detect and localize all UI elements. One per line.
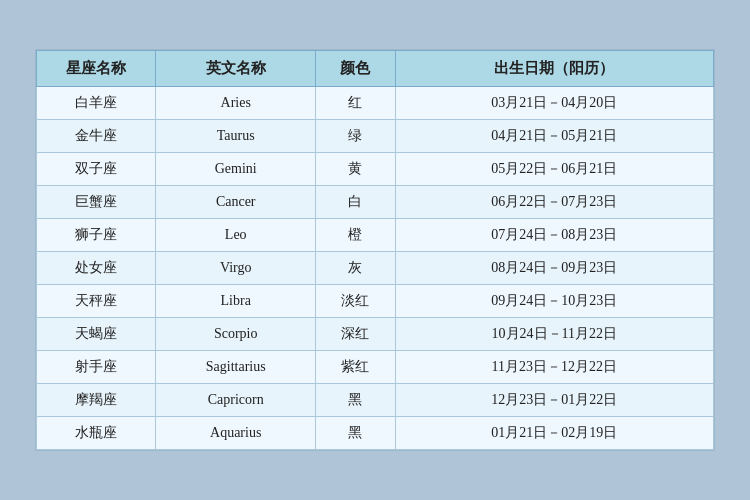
cell-date: 06月22日－07月23日 — [395, 186, 713, 219]
cell-chinese: 天蝎座 — [37, 318, 156, 351]
cell-english: Cancer — [156, 186, 316, 219]
cell-chinese: 白羊座 — [37, 87, 156, 120]
cell-color: 黑 — [315, 417, 395, 450]
cell-date: 03月21日－04月20日 — [395, 87, 713, 120]
header-english: 英文名称 — [156, 51, 316, 87]
cell-english: Capricorn — [156, 384, 316, 417]
cell-color: 红 — [315, 87, 395, 120]
table-header-row: 星座名称 英文名称 颜色 出生日期（阳历） — [37, 51, 714, 87]
table-row: 金牛座Taurus绿04月21日－05月21日 — [37, 120, 714, 153]
cell-english: Virgo — [156, 252, 316, 285]
cell-english: Aquarius — [156, 417, 316, 450]
table-row: 水瓶座Aquarius黑01月21日－02月19日 — [37, 417, 714, 450]
zodiac-table-container: 星座名称 英文名称 颜色 出生日期（阳历） 白羊座Aries红03月21日－04… — [35, 49, 715, 451]
cell-chinese: 处女座 — [37, 252, 156, 285]
cell-english: Scorpio — [156, 318, 316, 351]
cell-date: 09月24日－10月23日 — [395, 285, 713, 318]
cell-chinese: 金牛座 — [37, 120, 156, 153]
cell-date: 04月21日－05月21日 — [395, 120, 713, 153]
table-row: 巨蟹座Cancer白06月22日－07月23日 — [37, 186, 714, 219]
cell-color: 紫红 — [315, 351, 395, 384]
cell-english: Leo — [156, 219, 316, 252]
cell-english: Aries — [156, 87, 316, 120]
cell-date: 07月24日－08月23日 — [395, 219, 713, 252]
cell-color: 绿 — [315, 120, 395, 153]
cell-color: 淡红 — [315, 285, 395, 318]
table-row: 天秤座Libra淡红09月24日－10月23日 — [37, 285, 714, 318]
table-row: 双子座Gemini黄05月22日－06月21日 — [37, 153, 714, 186]
cell-date: 05月22日－06月21日 — [395, 153, 713, 186]
cell-chinese: 摩羯座 — [37, 384, 156, 417]
header-color: 颜色 — [315, 51, 395, 87]
cell-color: 黄 — [315, 153, 395, 186]
table-row: 天蝎座Scorpio深红10月24日－11月22日 — [37, 318, 714, 351]
cell-chinese: 射手座 — [37, 351, 156, 384]
cell-chinese: 狮子座 — [37, 219, 156, 252]
cell-color: 深红 — [315, 318, 395, 351]
cell-color: 橙 — [315, 219, 395, 252]
cell-english: Libra — [156, 285, 316, 318]
cell-color: 灰 — [315, 252, 395, 285]
cell-date: 10月24日－11月22日 — [395, 318, 713, 351]
table-row: 射手座Sagittarius紫红11月23日－12月22日 — [37, 351, 714, 384]
cell-chinese: 天秤座 — [37, 285, 156, 318]
table-row: 白羊座Aries红03月21日－04月20日 — [37, 87, 714, 120]
table-row: 摩羯座Capricorn黑12月23日－01月22日 — [37, 384, 714, 417]
cell-date: 12月23日－01月22日 — [395, 384, 713, 417]
cell-english: Sagittarius — [156, 351, 316, 384]
zodiac-table: 星座名称 英文名称 颜色 出生日期（阳历） 白羊座Aries红03月21日－04… — [36, 50, 714, 450]
cell-date: 11月23日－12月22日 — [395, 351, 713, 384]
cell-chinese: 巨蟹座 — [37, 186, 156, 219]
cell-color: 白 — [315, 186, 395, 219]
table-row: 处女座Virgo灰08月24日－09月23日 — [37, 252, 714, 285]
cell-english: Taurus — [156, 120, 316, 153]
header-date: 出生日期（阳历） — [395, 51, 713, 87]
cell-chinese: 水瓶座 — [37, 417, 156, 450]
cell-english: Gemini — [156, 153, 316, 186]
header-chinese: 星座名称 — [37, 51, 156, 87]
table-row: 狮子座Leo橙07月24日－08月23日 — [37, 219, 714, 252]
cell-color: 黑 — [315, 384, 395, 417]
cell-date: 01月21日－02月19日 — [395, 417, 713, 450]
cell-date: 08月24日－09月23日 — [395, 252, 713, 285]
cell-chinese: 双子座 — [37, 153, 156, 186]
